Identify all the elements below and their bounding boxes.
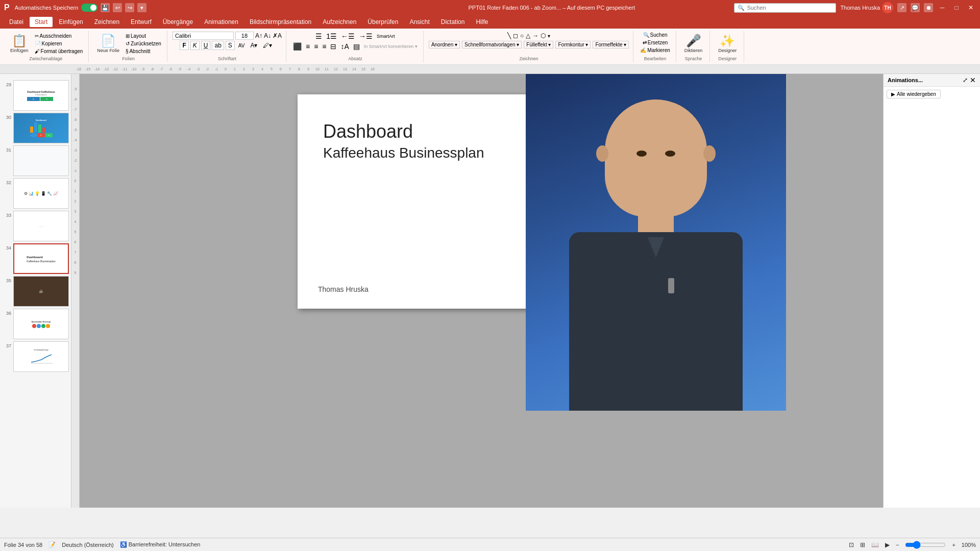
menu-aufzeichnen[interactable]: Aufzeichnen	[317, 17, 361, 27]
minimize-button[interactable]: ─	[937, 3, 947, 13]
slide-thumb-34[interactable]: 34 Dashboard Kaffeehaus Businessplan	[2, 243, 69, 274]
increase-indent-btn[interactable]: →☰	[357, 32, 374, 41]
search-input[interactable]	[747, 5, 828, 11]
animations-close-icon[interactable]: ✕	[970, 76, 976, 84]
align-left-btn[interactable]: ⬛	[291, 42, 303, 51]
menu-zeichnen[interactable]: Zeichnen	[89, 17, 125, 27]
slide-preview-35[interactable]: ☕	[13, 276, 69, 307]
slide-preview-34[interactable]: Dashboard Kaffeehaus Businessplan	[13, 243, 69, 274]
bold-button[interactable]: F	[180, 41, 188, 50]
shape-btn-2[interactable]: ◻	[512, 32, 519, 40]
slide-preview-31[interactable]	[13, 145, 69, 176]
slide-preview-32[interactable]: ⚙ 📊 💡 📱 🔧 📈	[13, 178, 69, 209]
spacing-button[interactable]: AV	[236, 42, 247, 49]
font-color-btn[interactable]: A▾	[248, 41, 259, 49]
markieren-button[interactable]: ✍ Markieren	[639, 47, 671, 54]
slide-preview-30[interactable]: Dashboard ⚙ ☁	[13, 113, 69, 143]
slide-thumb-36[interactable]: 36 Speiseplan Konzept	[2, 309, 69, 339]
designer-button[interactable]: ✨ Designer	[715, 32, 740, 55]
ersetzen-button[interactable]: ⇄ Ersetzen	[641, 39, 669, 46]
shape-btn-6[interactable]: ⬡	[540, 32, 546, 40]
comment-icon[interactable]: 💬	[911, 3, 920, 12]
menu-uebergaenge[interactable]: Übergänge	[158, 17, 198, 27]
zoom-in-btn[interactable]: +	[952, 542, 955, 548]
font-shrink-btn[interactable]: A↓	[264, 32, 271, 39]
arrange-btn[interactable]: Anordnen ▾	[429, 41, 460, 48]
justify-btn[interactable]: ≡	[321, 42, 328, 51]
slide-thumb-29[interactable]: 29 Dashboard Kaffeehaus Präsentation ▤ ▤	[2, 80, 69, 111]
notes-icon[interactable]: 📝	[48, 541, 56, 548]
slide-sorter-btn[interactable]: ⊞	[860, 541, 865, 548]
font-size-selector[interactable]	[235, 32, 254, 40]
menu-entwurf[interactable]: Entwurf	[126, 17, 157, 27]
maximize-button[interactable]: □	[951, 3, 962, 13]
smartart-btn[interactable]: SmartArt	[375, 33, 397, 39]
bullet-list-btn[interactable]: ☰	[314, 32, 324, 41]
shape-btn-3[interactable]: ○	[520, 32, 524, 40]
abschnitt-button[interactable]: § Abschnitt	[124, 48, 163, 55]
undo-icon[interactable]: ↩	[113, 3, 122, 12]
slideshow-btn[interactable]: ▶	[885, 541, 890, 548]
align-text-btn[interactable]: ▤	[352, 42, 361, 51]
shape-btn-5[interactable]: →	[532, 32, 539, 40]
effects-btn[interactable]: Formeffekte ▾	[593, 41, 629, 48]
slide-thumb-30[interactable]: 30 Dashboard ⚙ ☁	[2, 113, 69, 143]
kopieren-button[interactable]: 📄 Kopieren	[33, 40, 85, 47]
highlight-btn[interactable]: 🖊▾	[261, 41, 274, 49]
reading-view-btn[interactable]: 📖	[871, 541, 879, 548]
slide-preview-37[interactable]: Umsatzplanung	[13, 341, 69, 372]
menu-ansicht[interactable]: Ansicht	[404, 17, 434, 27]
diktieren-button[interactable]: 🎤 Diktieren	[681, 32, 706, 55]
slide-thumb-31[interactable]: 31	[2, 145, 69, 176]
numbered-list-btn[interactable]: 1☰	[325, 32, 338, 41]
layout-button[interactable]: ⊞ Layout	[124, 33, 163, 39]
animations-expand-icon[interactable]: ⤢	[963, 77, 968, 84]
record-icon[interactable]: ⏺	[924, 3, 933, 12]
save-icon[interactable]: 💾	[101, 3, 110, 12]
menu-datei[interactable]: Datei	[4, 17, 29, 27]
ausschneiden-button[interactable]: ✂ Ausschneiden	[33, 33, 85, 39]
fill-btn[interactable]: Fülleffekt ▾	[524, 41, 553, 48]
underline-button[interactable]: U	[201, 41, 211, 50]
italic-button[interactable]: K	[190, 41, 200, 50]
align-center-btn[interactable]: ≡	[304, 42, 311, 51]
align-right-btn[interactable]: ≡	[312, 42, 320, 51]
menu-ueberpruefen[interactable]: Überprüfen	[362, 17, 403, 27]
quick-styles-btn[interactable]: Schnellformatvorlagen ▾	[462, 41, 522, 48]
shape-btn-1[interactable]: ╲	[507, 32, 511, 40]
columns-btn[interactable]: ⊟	[329, 42, 338, 51]
clear-format-btn[interactable]: ✗A	[273, 32, 282, 39]
menu-bildschirm[interactable]: Bildschirmpräsentation	[244, 17, 316, 27]
slide-thumb-32[interactable]: 32 ⚙ 📊 💡 📱 🔧 📈	[2, 178, 69, 209]
shape-more-btn[interactable]: ▾	[547, 33, 551, 39]
convert-smartart-btn[interactable]: In SmartArt konvertieren ▾	[362, 43, 419, 49]
shadow-button[interactable]: S	[226, 41, 235, 50]
menu-einfuegen[interactable]: Einfügen	[54, 17, 88, 27]
strikethrough-button[interactable]: ab	[212, 41, 224, 50]
menu-dictation[interactable]: Dictation	[436, 17, 470, 27]
share-icon[interactable]: ↗	[897, 3, 906, 12]
slide-thumb-35[interactable]: 35 ☕	[2, 276, 69, 307]
normal-view-btn[interactable]: ⊡	[849, 541, 854, 548]
shape-btn-4[interactable]: △	[525, 32, 531, 40]
close-button[interactable]: ✕	[966, 3, 976, 13]
quick-access-more[interactable]: ▾	[137, 3, 146, 12]
zoom-slider[interactable]	[905, 541, 946, 549]
zoom-out-btn[interactable]: −	[896, 542, 899, 548]
menu-animationen[interactable]: Animationen	[199, 17, 243, 27]
autosave-toggle[interactable]	[81, 4, 97, 12]
menu-start[interactable]: Start	[30, 17, 53, 27]
format-button[interactable]: 🖌 Format übertragen	[33, 48, 85, 55]
outline-btn[interactable]: Formkontur ▾	[555, 41, 591, 48]
decrease-indent-btn[interactable]: ←☰	[339, 32, 356, 41]
font-grow-btn[interactable]: A↑	[255, 32, 262, 39]
menu-hilfe[interactable]: Hilfe	[471, 17, 493, 27]
suchen-button[interactable]: 🔍 Suchen	[642, 32, 669, 38]
play-all-button[interactable]: ▶ Alle wiedergeben	[887, 90, 941, 98]
slide-preview-29[interactable]: Dashboard Kaffeehaus Präsentation ▤ ▤	[13, 80, 69, 111]
slide-preview-33[interactable]: —	[13, 211, 69, 241]
text-direction-btn[interactable]: ↕A	[339, 42, 350, 51]
search-bar[interactable]: 🔍	[734, 3, 836, 13]
zuruecksetzen-button[interactable]: ↺ Zurücksetzen	[124, 40, 163, 47]
slide-preview-36[interactable]: Speiseplan Konzept	[13, 309, 69, 339]
